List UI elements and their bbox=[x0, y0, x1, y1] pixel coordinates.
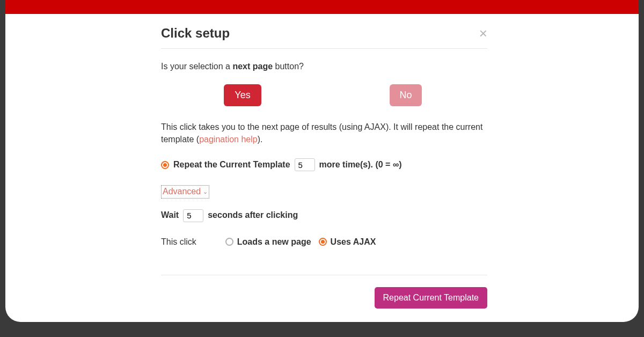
yes-button[interactable]: Yes bbox=[224, 84, 261, 106]
question-bold: next page bbox=[232, 62, 273, 71]
close-icon[interactable]: × bbox=[479, 26, 487, 40]
advanced-toggle[interactable]: Advanced ⌄ bbox=[161, 185, 209, 198]
radio-empty-icon bbox=[225, 238, 233, 246]
repeat-label-after: more time(s). (0 = ∞) bbox=[319, 159, 402, 171]
load-type-label: This click bbox=[161, 236, 196, 248]
wait-label-after: seconds after clicking bbox=[208, 209, 298, 221]
question-text: Is your selection a next page button? bbox=[161, 61, 487, 72]
yes-no-row: Yes No bbox=[161, 84, 487, 106]
loads-new-page-label: Loads a new page bbox=[237, 236, 311, 248]
uses-ajax-option[interactable]: Uses AJAX bbox=[319, 236, 376, 248]
click-setup-modal: Click setup × Is your selection a next p… bbox=[150, 14, 498, 320]
load-type-row: This click Loads a new page Uses AJAX bbox=[161, 236, 487, 248]
wait-label-before: Wait bbox=[161, 209, 179, 221]
question-suffix: button? bbox=[273, 62, 304, 71]
description-text: This click takes you to the next page of… bbox=[161, 121, 487, 145]
top-bar bbox=[5, 0, 639, 14]
pagination-help-link[interactable]: pagination help bbox=[199, 135, 258, 144]
chevron-down-icon: ⌄ bbox=[203, 188, 208, 196]
wait-seconds-input[interactable] bbox=[183, 209, 203, 222]
modal-header: Click setup × bbox=[161, 14, 487, 49]
loads-new-page-option[interactable]: Loads a new page bbox=[225, 236, 311, 248]
radio-checked-icon bbox=[319, 238, 327, 246]
desc-after: ). bbox=[258, 135, 263, 144]
modal-body: Is your selection a next page button? Ye… bbox=[150, 49, 498, 264]
no-button[interactable]: No bbox=[390, 84, 421, 106]
repeat-radio[interactable] bbox=[161, 161, 169, 169]
modal-footer: Repeat Current Template bbox=[161, 275, 487, 320]
repeat-current-template-button[interactable]: Repeat Current Template bbox=[375, 287, 487, 309]
repeat-label-before: Repeat the Current Template bbox=[173, 159, 290, 171]
repeat-template-row: Repeat the Current Template more time(s)… bbox=[161, 158, 487, 171]
app-window: Click setup × Is your selection a next p… bbox=[5, 0, 639, 322]
question-prefix: Is your selection a bbox=[161, 62, 232, 71]
modal-title: Click setup bbox=[161, 26, 230, 41]
repeat-count-input[interactable] bbox=[295, 158, 315, 171]
wait-row: Wait seconds after clicking bbox=[161, 209, 487, 222]
uses-ajax-label: Uses AJAX bbox=[331, 236, 376, 248]
advanced-label: Advanced bbox=[163, 186, 201, 197]
